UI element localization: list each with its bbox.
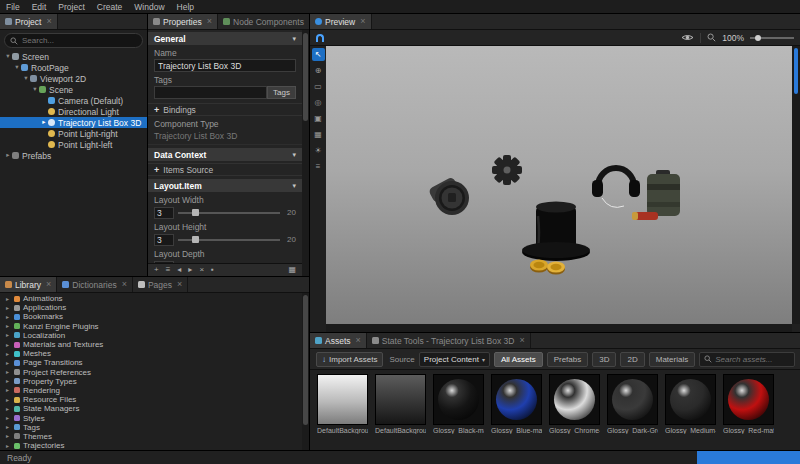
library-item-page-transitions[interactable]: ▸Page Transitions: [0, 358, 302, 367]
scrollbar-thumb[interactable]: [303, 295, 308, 425]
project-search[interactable]: [4, 33, 143, 48]
name-field[interactable]: [154, 59, 296, 72]
expander-icon[interactable]: ▾: [4, 53, 12, 60]
magnet-tool-icon[interactable]: [316, 34, 324, 42]
tree-item-directional-light[interactable]: Directional Light: [0, 106, 147, 117]
tab-project[interactable]: Project ×: [0, 14, 58, 29]
expander-icon[interactable]: ▸: [40, 119, 48, 126]
zoom-slider[interactable]: [750, 33, 794, 43]
expander-icon[interactable]: ▸: [4, 443, 11, 449]
filter-materials[interactable]: Materials: [649, 352, 695, 367]
tags-button[interactable]: Tags: [267, 86, 296, 99]
expander-icon[interactable]: ▸: [4, 378, 11, 384]
expander-icon[interactable]: ▸: [4, 342, 11, 348]
expander-icon[interactable]: ▸: [4, 415, 11, 421]
filter-2d[interactable]: 2D: [620, 352, 644, 367]
asset-item-default-background-1[interactable]: DefaultBackgrou...: [317, 374, 368, 450]
library-item-materials-and-textures[interactable]: ▸Materials and Textures: [0, 340, 302, 349]
assets-search[interactable]: [699, 352, 795, 367]
expander-icon[interactable]: ▸: [4, 296, 11, 302]
expander-icon[interactable]: ▾: [22, 75, 30, 82]
asset-item-glossy-black[interactable]: Glossy_Black-ma...: [433, 374, 484, 450]
expander-icon[interactable]: ▸: [4, 323, 11, 329]
asset-item-glossy-chrome[interactable]: Glossy_Chrome-...: [549, 374, 600, 450]
section-general[interactable]: General ▾: [148, 32, 302, 45]
tags-field[interactable]: [154, 86, 267, 99]
scrollbar-thumb[interactable]: [303, 33, 308, 121]
list-view-icon[interactable]: ≡: [166, 266, 171, 274]
expander-icon[interactable]: ▸: [4, 406, 11, 412]
tree-item-point-light-right[interactable]: Point Light-right: [0, 128, 147, 139]
tab-library[interactable]: Library ×: [0, 277, 57, 292]
slider-thumb[interactable]: [192, 209, 199, 216]
library-item-tags[interactable]: ▸Tags: [0, 423, 302, 432]
asset-item-default-background-2[interactable]: DefaultBackgrou...: [375, 374, 426, 450]
preview-horizontal-scrollbar[interactable]: [326, 324, 792, 332]
tree-item-screen[interactable]: ▾Screen: [0, 51, 147, 62]
filter-3d[interactable]: 3D: [592, 352, 616, 367]
tree-item-trajectory-list-box-3d[interactable]: ▸Trajectory List Box 3D: [0, 117, 147, 128]
close-icon[interactable]: ×: [122, 280, 127, 289]
close-icon[interactable]: ×: [177, 280, 182, 289]
menu-help[interactable]: Help: [171, 0, 200, 14]
slider-thumb[interactable]: [192, 236, 199, 243]
grid-tool-icon[interactable]: ▦: [312, 128, 325, 141]
asset-item-glossy-red[interactable]: Glossy_Red-mate...: [723, 374, 774, 450]
asset-item-glossy-medium[interactable]: Glossy_Medium-...: [665, 374, 716, 450]
expander-icon[interactable]: ▾: [31, 86, 39, 93]
tree-item-prefabs[interactable]: ▸Prefabs: [0, 150, 147, 161]
target-tool-icon[interactable]: ◎: [312, 96, 325, 109]
asset-item-glossy-dark-grey[interactable]: Glossy_Dark-Gre...: [607, 374, 658, 450]
watch-object[interactable]: [428, 176, 469, 215]
select-tool-icon[interactable]: ↖: [312, 48, 325, 61]
assets-search-input[interactable]: [715, 355, 790, 364]
tab-dictionaries[interactable]: Dictionaries ×: [57, 277, 133, 292]
filter-all-assets[interactable]: All Assets: [494, 352, 543, 367]
section-data-context[interactable]: Data Context ▾: [148, 148, 302, 161]
expander-icon[interactable]: ▾: [13, 64, 21, 71]
camera-tool-icon[interactable]: ▣: [312, 112, 325, 125]
tree-item-camera[interactable]: Camera (Default): [0, 95, 147, 106]
top-hat-object[interactable]: [522, 202, 590, 262]
layout-width-slider[interactable]: [178, 207, 280, 219]
expander-icon[interactable]: ▸: [4, 152, 12, 159]
library-item-rendering[interactable]: ▸Rendering: [0, 386, 302, 395]
tree-item-scene[interactable]: ▾Scene: [0, 84, 147, 95]
forward-icon[interactable]: ▸: [188, 266, 192, 274]
layout-height-slider[interactable]: [178, 234, 280, 246]
menu-create[interactable]: Create: [91, 0, 129, 14]
add-items-source-row[interactable]: + Items Source: [148, 163, 302, 176]
import-assets-button[interactable]: ↓ Import Assets: [316, 352, 383, 367]
close-icon[interactable]: ×: [519, 336, 524, 345]
back-icon[interactable]: ◂: [177, 266, 181, 274]
grid-view-icon[interactable]: ▦: [288, 266, 296, 274]
lock-icon[interactable]: ▪: [211, 266, 214, 274]
expander-icon[interactable]: ▸: [4, 332, 11, 338]
library-item-animations[interactable]: ▸Animations: [0, 294, 302, 303]
library-item-project-references[interactable]: ▸Project References: [0, 368, 302, 377]
tab-properties[interactable]: Properties ×: [148, 14, 218, 29]
eye-icon[interactable]: [681, 33, 694, 42]
close-icon[interactable]: ×: [356, 336, 361, 345]
close-icon[interactable]: ×: [46, 280, 51, 289]
library-item-themes[interactable]: ▸Themes: [0, 432, 302, 441]
expander-icon[interactable]: ▸: [4, 360, 11, 366]
preview-vertical-scrollbar[interactable]: [792, 46, 800, 324]
slider-thumb[interactable]: [755, 35, 761, 41]
library-item-kanzi-engine-plugins[interactable]: ▸Kanzi Engine Plugins: [0, 322, 302, 331]
library-item-property-types[interactable]: ▸Property Types: [0, 377, 302, 386]
tree-item-rootpage[interactable]: ▾RootPage: [0, 62, 147, 73]
add-property-icon[interactable]: +: [154, 266, 159, 274]
options-tool-icon[interactable]: ≡: [312, 160, 325, 173]
properties-scrollbar[interactable]: [302, 30, 309, 276]
asset-item-glossy-blue[interactable]: Glossy_Blue-mat...: [491, 374, 542, 450]
expander-icon[interactable]: ▸: [4, 397, 11, 403]
expander-icon[interactable]: ▸: [4, 424, 11, 430]
expander-icon[interactable]: ▸: [4, 314, 11, 320]
menu-edit[interactable]: Edit: [26, 0, 53, 14]
library-scrollbar[interactable]: [302, 293, 309, 450]
transform-tool-icon[interactable]: ⊕: [312, 64, 325, 77]
tab-pages[interactable]: Pages ×: [133, 277, 188, 292]
menu-file[interactable]: File: [0, 0, 26, 14]
library-item-bookmarks[interactable]: ▸Bookmarks: [0, 312, 302, 321]
